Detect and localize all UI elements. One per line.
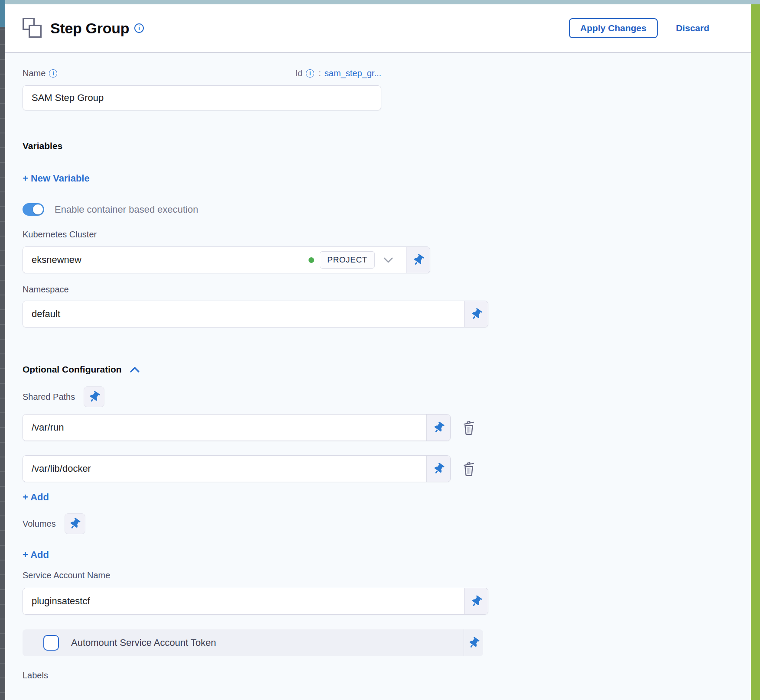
- scope-badge: PROJECT: [320, 251, 375, 269]
- pin-icon: [469, 594, 483, 609]
- title-info-icon[interactable]: i: [134, 23, 144, 33]
- service-account-field-group: pluginsatestcf: [23, 588, 488, 615]
- variables-heading: Variables: [23, 141, 751, 151]
- panel-body: Name i Id i : sam_step_gr... Variables +…: [5, 53, 751, 700]
- namespace-pin-button[interactable]: [464, 301, 488, 327]
- namespace-input[interactable]: default: [32, 308, 60, 320]
- automount-row: Automount Service Account Token: [23, 629, 483, 656]
- shared-path-row: /var/run: [23, 414, 751, 441]
- shared-path-field-group: /var/lib/docker: [23, 455, 451, 482]
- yaml-editor-edge-strip: [0, 0, 5, 700]
- namespace-label: Namespace: [23, 285, 751, 295]
- collapse-section-button[interactable]: [130, 366, 140, 373]
- name-info-icon[interactable]: i: [49, 69, 57, 78]
- trash-icon: [462, 460, 476, 477]
- volumes-label-row: Volumes: [23, 513, 751, 534]
- panel-header: Step Group i Apply Changes Discard: [5, 4, 751, 53]
- delete-shared-path-button[interactable]: [462, 419, 476, 436]
- chevron-down-icon[interactable]: [383, 257, 393, 263]
- shared-path-input[interactable]: /var/run: [32, 422, 64, 433]
- top-window-strip: [0, 0, 760, 4]
- shared-path-input[interactable]: /var/lib/docker: [32, 463, 91, 474]
- automount-label: Automount Service Account Token: [71, 637, 216, 648]
- step-group-config-panel: Step Group i Apply Changes Discard Name …: [5, 4, 751, 700]
- volumes-label: Volumes: [23, 519, 56, 529]
- automount-checkbox[interactable]: [43, 635, 59, 651]
- connector-status-dot: [309, 257, 314, 263]
- service-account-pin-button[interactable]: [464, 588, 488, 614]
- shared-path-pin-button[interactable]: [426, 456, 450, 482]
- shared-paths-label: Shared Paths: [23, 392, 75, 402]
- add-shared-path-button[interactable]: + Add: [23, 492, 49, 503]
- namespace-field-group: default: [23, 301, 488, 327]
- shared-paths-pin-button[interactable]: [84, 386, 104, 407]
- delete-shared-path-button[interactable]: [462, 460, 476, 477]
- id-value[interactable]: sam_step_gr...: [325, 68, 381, 78]
- shared-path-row: /var/lib/docker: [23, 455, 751, 482]
- pin-icon: [87, 390, 101, 404]
- pin-icon: [469, 307, 483, 321]
- shared-path-pin-button[interactable]: [426, 415, 450, 441]
- pin-icon: [411, 253, 425, 267]
- id-info-icon[interactable]: i: [306, 69, 314, 78]
- pin-icon: [432, 421, 445, 435]
- labels-label: Labels: [23, 671, 751, 681]
- name-input[interactable]: [23, 85, 381, 110]
- optional-configuration-heading: Optional Configuration: [23, 364, 122, 375]
- right-scroll-strip[interactable]: [751, 4, 760, 700]
- service-account-input[interactable]: pluginsatestcf: [32, 596, 90, 607]
- name-label: Name: [23, 68, 45, 78]
- kubernetes-cluster-pin-button[interactable]: [406, 247, 430, 273]
- corner-accent: [0, 0, 5, 27]
- id-colon: :: [318, 68, 321, 78]
- id-group: Id i : sam_step_gr...: [296, 68, 381, 78]
- page-title: Step Group: [50, 20, 129, 37]
- container-execution-toggle-label: Enable container based execution: [55, 204, 198, 215]
- shared-paths-label-row: Shared Paths: [23, 386, 751, 407]
- discard-button[interactable]: Discard: [676, 23, 709, 33]
- automount-pin-button[interactable]: [464, 629, 483, 656]
- container-execution-toggle-row: Enable container based execution: [23, 203, 751, 216]
- chevron-up-icon: [130, 366, 140, 373]
- new-variable-button[interactable]: + New Variable: [23, 173, 90, 184]
- name-id-row: Name i Id i : sam_step_gr...: [23, 68, 381, 78]
- container-execution-toggle[interactable]: [23, 203, 44, 216]
- shared-path-field-group: /var/run: [23, 414, 451, 441]
- id-label: Id: [296, 68, 303, 78]
- kubernetes-cluster-select[interactable]: eksnewnew PROJECT: [23, 246, 430, 273]
- pin-icon: [432, 462, 445, 476]
- step-group-icon: [23, 18, 42, 39]
- pin-icon: [467, 636, 481, 650]
- trash-icon: [462, 419, 476, 436]
- add-volume-button[interactable]: + Add: [23, 549, 49, 561]
- pin-icon: [68, 517, 82, 531]
- volumes-pin-button[interactable]: [65, 513, 85, 534]
- service-account-name-label: Service Account Name: [23, 570, 751, 580]
- kubernetes-cluster-value: eksnewnew: [32, 254, 81, 266]
- apply-changes-button[interactable]: Apply Changes: [569, 18, 658, 38]
- kubernetes-cluster-label: Kubernetes Cluster: [23, 230, 751, 240]
